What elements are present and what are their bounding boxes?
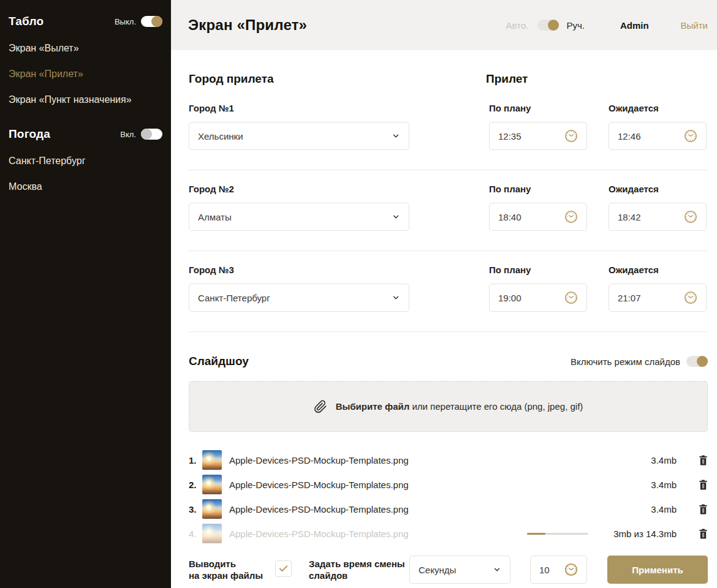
toggle-knob	[697, 356, 708, 367]
slideshow-toggle[interactable]	[686, 356, 708, 367]
expected-1-label: Ожидается	[609, 103, 707, 113]
display-files-label: Выводить на экран файлы	[189, 558, 263, 581]
file-thumbnail	[202, 499, 222, 519]
file-row-2: 2. Apple-Devices-PSD-Mockup-Templates.pn…	[189, 472, 708, 497]
city-2-select[interactable]: Алматы	[189, 203, 409, 231]
sidebar-section-weather: Погода Вкл. Санкт-Петербург Москва	[9, 127, 162, 198]
planned-3-label: По плану	[489, 265, 587, 275]
planned-2-value: 18:40	[498, 212, 564, 222]
file-row-3: 3. Apple-Devices-PSD-Mockup-Templates.pn…	[189, 497, 708, 521]
sidebar-item-moscow[interactable]: Москва	[9, 175, 162, 198]
dropzone-hint: или перетащите его сюда (png, jpeg, gif)	[409, 401, 583, 412]
file-number: 4.	[189, 529, 202, 539]
slideshow-heading: Слайдшоу	[189, 355, 249, 368]
planned-2-input[interactable]: 18:40	[489, 203, 587, 231]
slide-interval-label: Задать время смены слайдов	[309, 558, 405, 581]
expected-3-label: Ожидается	[609, 265, 707, 275]
planned-3-input[interactable]: 19:00	[489, 284, 587, 312]
file-thumbnail	[202, 475, 222, 494]
city-1-select[interactable]: Хельсинки	[189, 122, 409, 150]
chevron-down-icon	[493, 565, 501, 574]
chevron-down-icon	[392, 132, 400, 140]
expected-2-value: 18:42	[618, 212, 684, 222]
trash-icon	[699, 504, 708, 514]
delete-file-button[interactable]	[699, 455, 708, 466]
arrival-city-heading: Город прилета	[189, 72, 274, 86]
tablo-toggle[interactable]	[141, 16, 162, 27]
slideshow-footer: Выводить на экран файлы Задать время сме…	[189, 556, 708, 588]
sidebar-section-tablo: Табло Выкл. Экран «Вылет» Экран «Прилет»…	[9, 15, 162, 111]
apply-button[interactable]: Применить	[607, 556, 708, 584]
file-name: Apple-Devices-PSD-Mockup-Templates.png	[229, 504, 603, 514]
row-divider	[189, 170, 708, 170]
city-2-value: Алматы	[198, 212, 392, 222]
expected-3-value: 21:07	[618, 293, 684, 303]
clock-icon	[684, 291, 697, 304]
city-3-label: Город №3	[189, 265, 409, 275]
expected-2-label: Ожидается	[609, 184, 707, 194]
interval-unit-select[interactable]: Секунды	[409, 556, 510, 584]
city-3-value: Санкт-Петербург	[198, 293, 392, 303]
file-number: 2.	[189, 480, 202, 490]
file-size: 3.4mb	[603, 455, 677, 466]
interval-value-input[interactable]: 10	[530, 556, 587, 584]
sidebar: Табло Выкл. Экран «Вылет» Экран «Прилет»…	[0, 0, 171, 588]
city-1-value: Хельсинки	[198, 131, 392, 141]
row-divider	[189, 251, 708, 251]
delete-file-button[interactable]	[699, 480, 708, 490]
file-size: 3.4mb	[603, 480, 677, 490]
mode-label-auto: Авто.	[506, 20, 529, 31]
file-name: Apple-Devices-PSD-Mockup-Templates.png	[229, 529, 527, 539]
city-2-label: Город №2	[189, 184, 409, 194]
planned-1-label: По плану	[489, 103, 587, 113]
expected-2-input[interactable]: 18:42	[609, 203, 707, 231]
delete-file-button[interactable]	[699, 504, 708, 514]
user-name: Admin	[620, 20, 649, 31]
trash-icon	[699, 529, 708, 539]
logout-link[interactable]: Выйти	[681, 20, 708, 31]
file-number: 1.	[189, 455, 202, 466]
planned-2-label: По плану	[489, 184, 587, 194]
file-name: Apple-Devices-PSD-Mockup-Templates.png	[229, 455, 603, 466]
city-3-select[interactable]: Санкт-Петербург	[189, 284, 409, 312]
upload-progress-bar	[527, 533, 588, 535]
upload-progress-fill	[527, 533, 545, 535]
file-thumbnail	[202, 450, 222, 470]
display-files-checkbox[interactable]	[275, 560, 292, 577]
weather-toggle-state-label: Вкл.	[120, 130, 136, 139]
expected-1-input[interactable]: 12:46	[609, 122, 707, 150]
planned-1-value: 12:35	[498, 131, 564, 141]
sidebar-item-screen-arrival[interactable]: Экран «Прилет»	[9, 62, 162, 86]
mode-toggle[interactable]	[537, 20, 559, 31]
file-list: 1. Apple-Devices-PSD-Mockup-Templates.pn…	[189, 448, 708, 546]
main-content: Город прилета Прилет Город №1 Хельсинки …	[171, 50, 717, 588]
city-1-label: Город №1	[189, 103, 409, 113]
planned-1-input[interactable]: 12:35	[489, 122, 587, 150]
arrival-row-1: Город №1 Хельсинки По плану 12:35 Ожидае…	[189, 103, 708, 160]
chevron-down-icon	[392, 213, 400, 221]
slideshow-toggle-label: Включить режим слайдов	[571, 356, 680, 367]
delete-file-button[interactable]	[699, 529, 708, 539]
file-row-1: 1. Apple-Devices-PSD-Mockup-Templates.pn…	[189, 448, 708, 472]
sidebar-item-screen-departure[interactable]: Экран «Вылет»	[9, 37, 162, 60]
sidebar-item-screen-destination[interactable]: Экран «Пункт назначения»	[9, 88, 162, 111]
upload-progress-text: 3mb из 14.3mb	[603, 529, 677, 539]
tablo-toggle-state-label: Выкл.	[115, 17, 136, 26]
toggle-knob	[141, 129, 152, 140]
sidebar-title-weather: Погода	[9, 127, 50, 141]
chevron-down-icon	[392, 293, 400, 302]
arrival-row-2: Город №2 Алматы По плану 18:40 Ожидается…	[189, 184, 708, 241]
arrival-heading: Прилет	[486, 72, 528, 86]
file-dropzone[interactable]: Выбирите файл или перетащите его сюда (p…	[189, 381, 708, 432]
interval-value: 10	[539, 565, 564, 575]
expected-3-input[interactable]: 21:07	[609, 284, 707, 312]
paperclip-icon	[314, 400, 327, 413]
top-bar: Экран «Прилет» Авто. Руч. Admin Выйти	[171, 0, 717, 50]
sidebar-item-spb[interactable]: Санкт-Петербург	[9, 149, 162, 173]
weather-toggle[interactable]	[141, 129, 162, 140]
clock-icon	[564, 129, 578, 143]
file-name: Apple-Devices-PSD-Mockup-Templates.png	[229, 480, 603, 490]
sidebar-title-tablo: Табло	[9, 15, 44, 28]
file-row-4-uploading: 4. Apple-Devices-PSD-Mockup-Templates.pn…	[189, 521, 708, 546]
expected-1-value: 12:46	[618, 131, 684, 141]
